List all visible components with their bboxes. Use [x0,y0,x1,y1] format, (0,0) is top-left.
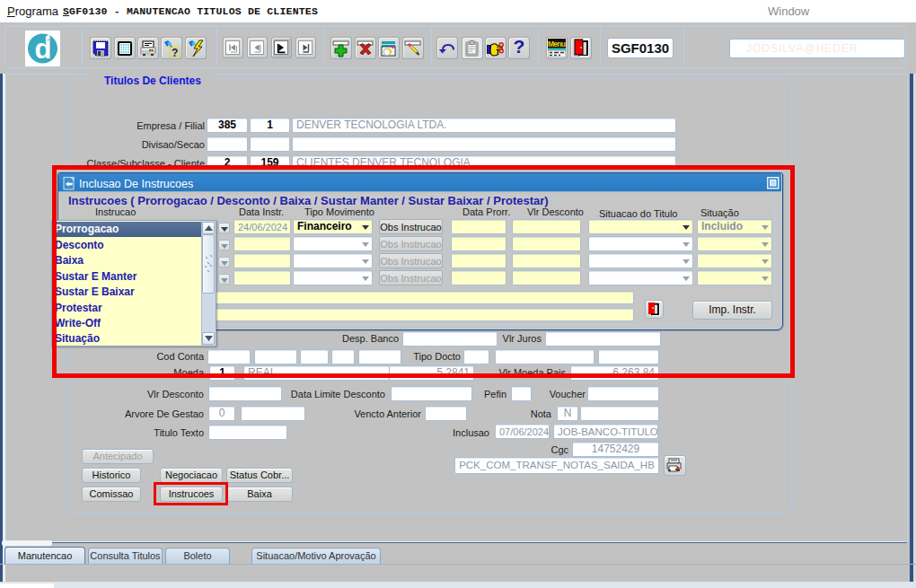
svg-text:Menu: Menu [548,39,566,48]
svg-text:?: ? [172,47,178,57]
